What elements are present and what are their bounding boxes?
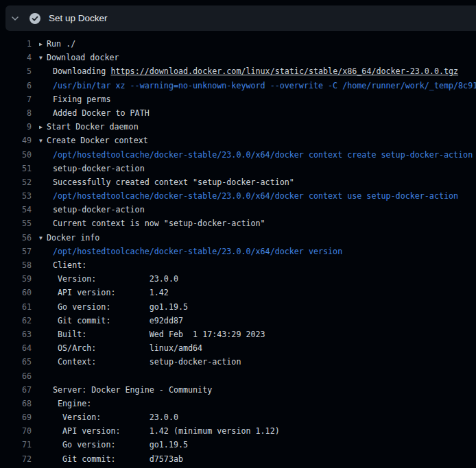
line-number-link[interactable]: 55 — [0, 217, 32, 230]
log-line: 4▼Download docker — [0, 51, 476, 64]
log-message: OS/Arch: linux/amd64 — [39, 341, 476, 355]
log-command: /opt/hostedtoolcache/docker-stable/23.0.… — [39, 245, 476, 258]
log-line: 69 Version: 23.0.0 — [0, 410, 476, 424]
log-group-toggle[interactable]: ▶Run ./ — [39, 37, 476, 51]
log-line: 50/opt/hostedtoolcache/docker-stable/23.… — [0, 148, 476, 162]
log-line: 53/opt/hostedtoolcache/docker-stable/23.… — [0, 189, 476, 203]
log-message: Fixing perms — [39, 93, 476, 106]
line-number-link[interactable]: 9 — [0, 120, 32, 134]
line-number-link[interactable]: 50 — [0, 148, 32, 162]
log-line: 66 — [0, 369, 476, 383]
log-message: Git commit: e92dd87 — [39, 314, 476, 328]
line-number-link[interactable]: 66 — [0, 369, 32, 383]
log-message: Go version: go1.19.5 — [39, 438, 476, 452]
log-line: 58Client: — [0, 258, 476, 272]
chevron-down-icon[interactable] — [11, 14, 19, 23]
log-message: API version: 1.42 (minimum version 1.12) — [39, 424, 476, 438]
line-number-link[interactable]: 63 — [0, 328, 32, 341]
log-line: 6/usr/bin/tar xz --warning=no-unknown-ke… — [0, 79, 476, 93]
triangle-down-icon: ▼ — [39, 232, 47, 245]
log-line: 52Successfully created context "setup-do… — [0, 175, 476, 189]
log-command: /opt/hostedtoolcache/docker-stable/23.0.… — [39, 148, 476, 162]
line-number-link[interactable]: 52 — [0, 175, 32, 189]
log-line: 72 Git commit: d7573ab — [0, 452, 476, 466]
log-line: 63 Built: Wed Feb 1 17:43:29 2023 — [0, 328, 476, 341]
log-message: Version: 23.0.0 — [39, 410, 476, 424]
line-number-link[interactable]: 64 — [0, 341, 32, 355]
line-number-link[interactable]: 6 — [0, 79, 32, 93]
line-number-link[interactable]: 57 — [0, 245, 32, 258]
line-number-link[interactable]: 56 — [0, 231, 32, 245]
line-number-link[interactable]: 8 — [0, 106, 32, 120]
log-command: /usr/bin/tar xz --warning=no-unknown-key… — [39, 79, 476, 93]
log-message: Successfully created context "setup-dock… — [39, 175, 476, 189]
log-viewer: 1▶Run ./4▼Download docker5Downloading ht… — [0, 31, 476, 466]
line-number-link[interactable]: 69 — [0, 410, 32, 424]
line-number-link[interactable]: 54 — [0, 203, 32, 217]
log-message: Version: 23.0.0 — [39, 272, 476, 286]
log-link[interactable]: https://download.docker.com/linux/static… — [110, 66, 458, 76]
line-number-link[interactable]: 61 — [0, 300, 32, 314]
log-line: 57/opt/hostedtoolcache/docker-stable/23.… — [0, 245, 476, 258]
line-number-link[interactable]: 65 — [0, 355, 32, 369]
log-message: Engine: — [39, 397, 476, 410]
line-number-link[interactable]: 4 — [0, 51, 32, 64]
line-number-link[interactable]: 7 — [0, 93, 32, 106]
log-line: 7Fixing perms — [0, 93, 476, 106]
line-number-link[interactable]: 51 — [0, 162, 32, 175]
log-message: Built: Wed Feb 1 17:43:29 2023 — [39, 328, 476, 341]
log-line: 67Server: Docker Engine - Community — [0, 383, 476, 397]
log-message: Downloading https://download.docker.com/… — [39, 64, 476, 78]
triangle-right-icon: ▶ — [39, 38, 47, 51]
triangle-down-icon: ▼ — [39, 51, 47, 64]
log-line: 49▼Create Docker context — [0, 134, 476, 147]
check-circle-icon — [29, 13, 40, 24]
log-line: 8Added Docker to PATH — [0, 106, 476, 120]
log-group-toggle[interactable]: ▼Docker info — [39, 231, 476, 245]
line-number-link[interactable]: 53 — [0, 189, 32, 203]
log-line: 65 Context: setup-docker-action — [0, 355, 476, 369]
log-group-toggle[interactable]: ▼Download docker — [39, 51, 476, 64]
log-line: 5Downloading https://download.docker.com… — [0, 64, 476, 78]
line-number-link[interactable]: 72 — [0, 452, 32, 466]
line-number-link[interactable]: 60 — [0, 286, 32, 299]
log-line: 64 OS/Arch: linux/amd64 — [0, 341, 476, 355]
workflow-log-panel: Set up Docker 1▶Run ./4▼Download docker5… — [0, 0, 476, 468]
step-header[interactable]: Set up Docker — [5, 5, 476, 31]
log-line: 9▶Start Docker daemon — [0, 120, 476, 134]
log-line: 68 Engine: — [0, 397, 476, 410]
log-message: Go version: go1.19.5 — [39, 300, 476, 314]
line-number-link[interactable]: 71 — [0, 438, 32, 452]
triangle-right-icon: ▶ — [39, 121, 47, 134]
log-message: Current context is now "setup-docker-act… — [39, 217, 476, 230]
log-text: Downloading — [53, 66, 110, 76]
log-message: Context: setup-docker-action — [39, 355, 476, 369]
line-number-link[interactable]: 58 — [0, 258, 32, 272]
log-line: 70 API version: 1.42 (minimum version 1.… — [0, 424, 476, 438]
line-number-link[interactable]: 5 — [0, 64, 32, 78]
log-line: 60 API version: 1.42 — [0, 286, 476, 299]
log-message: setup-docker-action — [39, 162, 476, 175]
line-number-link[interactable]: 59 — [0, 272, 32, 286]
log-command: /opt/hostedtoolcache/docker-stable/23.0.… — [39, 189, 476, 203]
line-number-link[interactable]: 62 — [0, 314, 32, 328]
log-message: Client: — [39, 258, 476, 272]
log-message: API version: 1.42 — [39, 286, 476, 299]
log-message: Git commit: d7573ab — [39, 452, 476, 466]
line-number-link[interactable]: 70 — [0, 424, 32, 438]
log-message — [39, 369, 476, 383]
log-group-title: Start Docker daemon — [47, 122, 139, 132]
log-line: 51setup-docker-action — [0, 162, 476, 175]
log-group-toggle[interactable]: ▶Start Docker daemon — [39, 120, 476, 134]
log-line: 54setup-docker-action — [0, 203, 476, 217]
log-line: 71 Go version: go1.19.5 — [0, 438, 476, 452]
log-line: 62 Git commit: e92dd87 — [0, 314, 476, 328]
line-number-link[interactable]: 49 — [0, 134, 32, 147]
line-number-link[interactable]: 1 — [0, 37, 32, 51]
line-number-link[interactable]: 68 — [0, 397, 32, 410]
log-group-toggle[interactable]: ▼Create Docker context — [39, 134, 476, 147]
log-message: setup-docker-action — [39, 203, 476, 217]
line-number-link[interactable]: 67 — [0, 383, 32, 397]
triangle-down-icon: ▼ — [39, 134, 47, 147]
log-group-title: Create Docker context — [47, 136, 148, 145]
